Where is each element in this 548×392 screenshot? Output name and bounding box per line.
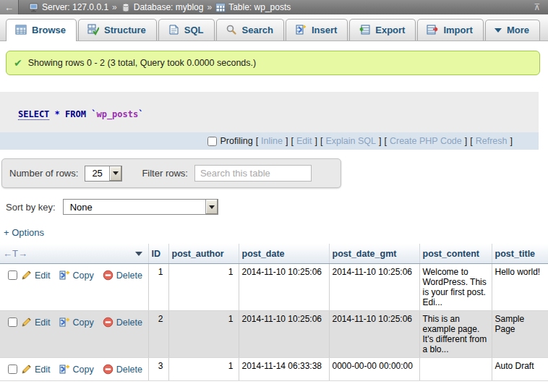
pencil-icon xyxy=(21,364,32,375)
tab-structure[interactable]: Structure xyxy=(78,19,157,41)
sort-by-key-select[interactable]: None xyxy=(63,199,218,215)
column-marker-icon[interactable]: ←T→ xyxy=(3,248,27,259)
explain-sql-link[interactable]: Explain SQL xyxy=(325,136,375,146)
profiling-checkbox[interactable] xyxy=(207,137,217,146)
breadcrumb-database[interactable]: Database: myblog xyxy=(121,2,204,12)
delete-row-link[interactable]: Delete xyxy=(103,364,142,375)
row-checkbox[interactable] xyxy=(8,270,17,280)
filter-rows-input[interactable] xyxy=(194,165,312,182)
table-icon xyxy=(215,3,226,12)
sort-by-key-value: None xyxy=(64,200,205,214)
table-row: Edit Copy Delete 1 1 2014-11-10 10:25:06… xyxy=(0,264,548,311)
number-of-rows-select[interactable]: 25 xyxy=(85,166,122,182)
tab-search[interactable]: Search xyxy=(216,19,284,41)
inline-link[interactable]: Inline xyxy=(261,136,283,146)
tab-import-label: Import xyxy=(443,25,472,35)
column-header-post-content[interactable]: post_content xyxy=(419,244,492,264)
cell-post-date: 2014-11-10 10:25:06 xyxy=(239,311,329,358)
sql-table-name: wp_posts xyxy=(96,109,138,119)
collapse-topbar-button[interactable]: ⊼ xyxy=(526,2,548,12)
tab-export[interactable]: Export xyxy=(349,19,416,41)
structure-icon xyxy=(87,24,99,35)
cell-id: 1 xyxy=(148,264,168,311)
breadcrumb-bar: ← Server: 127.0.0.1 » Database: myblog »… xyxy=(0,0,548,14)
breadcrumb-separator: » xyxy=(112,2,117,12)
back-button[interactable]: ← xyxy=(0,0,19,14)
with-selected-dropdown-icon[interactable] xyxy=(135,252,142,256)
table-row: Edit Copy Delete 3 1 2014-11-14 06:33:38… xyxy=(0,358,548,381)
cell-post-author: 1 xyxy=(168,311,239,358)
cell-post-date-gmt: 0000-00-00 00:00:00 xyxy=(329,358,419,381)
collapse-icon: ⊼ xyxy=(534,2,541,12)
delete-icon xyxy=(103,317,114,328)
tab-insert[interactable]: Insert xyxy=(286,19,348,41)
breadcrumb-server-label: Server: 127.0.0.1 xyxy=(42,2,108,12)
breadcrumb-server[interactable]: Server: 127.0.0.1 xyxy=(29,2,108,12)
breadcrumb-database-label: Database: myblog xyxy=(134,2,204,12)
edit-row-link[interactable]: Edit xyxy=(21,317,51,328)
cell-post-title: Hello world! xyxy=(492,264,548,311)
cell-post-author: 1 xyxy=(168,264,239,311)
sql-tools-bar: Profiling [ Inline ] [ Edit ] [ Explain … xyxy=(0,132,539,150)
edit-row-link[interactable]: Edit xyxy=(21,364,51,375)
tab-sql[interactable]: SQL xyxy=(158,19,215,41)
cell-id: 2 xyxy=(148,311,168,358)
tab-sql-label: SQL xyxy=(184,25,204,35)
cell-post-title: Sample Page xyxy=(492,311,548,358)
chevron-down-icon xyxy=(495,28,502,33)
copy-icon xyxy=(59,364,70,375)
tab-import[interactable]: Import xyxy=(417,19,483,41)
cell-post-date-gmt: 2014-11-10 10:25:06 xyxy=(329,264,419,311)
copy-row-link[interactable]: Copy xyxy=(59,364,94,375)
edit-row-link[interactable]: Edit xyxy=(21,270,51,281)
success-check-icon: ✔ xyxy=(14,57,22,69)
column-header-id[interactable]: ID xyxy=(148,244,168,264)
select-arrow-icon xyxy=(109,166,121,181)
tab-search-label: Search xyxy=(242,25,273,35)
tab-export-label: Export xyxy=(375,25,405,35)
column-header-post-title[interactable]: post_title xyxy=(492,244,548,264)
tab-insert-label: Insert xyxy=(312,25,337,35)
options-toggle-link[interactable]: + Options xyxy=(4,227,44,238)
row-checkbox[interactable] xyxy=(8,365,17,374)
column-header-post-date[interactable]: post_date xyxy=(239,244,329,264)
import-icon xyxy=(427,24,438,35)
row-checkbox[interactable] xyxy=(8,318,17,327)
breadcrumb-separator: » xyxy=(207,2,212,12)
copy-icon xyxy=(59,317,70,328)
column-header-post-date-gmt[interactable]: post_date_gmt xyxy=(329,244,419,264)
sort-by-key-label: Sort by key: xyxy=(6,202,56,213)
breadcrumb-table[interactable]: Table: wp_posts xyxy=(215,2,291,12)
delete-icon xyxy=(103,270,114,281)
tab-structure-label: Structure xyxy=(104,25,146,35)
insert-icon xyxy=(295,24,307,35)
tab-browse[interactable]: Browse xyxy=(6,19,77,41)
sql-query-text: SELECT * FROM `wp_posts` xyxy=(0,92,539,132)
copy-row-link[interactable]: Copy xyxy=(59,270,94,281)
export-icon xyxy=(359,24,370,35)
cell-post-content xyxy=(419,358,492,381)
edit-query-link[interactable]: Edit xyxy=(296,136,312,146)
success-message: ✔ Showing rows 0 - 2 (3 total, Query too… xyxy=(6,51,540,75)
sort-row: Sort by key: None xyxy=(6,199,548,215)
delete-icon xyxy=(103,364,114,375)
delete-row-link[interactable]: Delete xyxy=(103,317,142,328)
copy-icon xyxy=(59,270,70,281)
table-header-row: ←T→ ID post_author post_date post_date_g… xyxy=(0,244,548,264)
column-header-post-author[interactable]: post_author xyxy=(168,244,239,264)
results-table: ←T→ ID post_author post_date post_date_g… xyxy=(0,244,548,381)
refresh-link[interactable]: Refresh xyxy=(476,136,508,146)
sql-query-box: SELECT * FROM `wp_posts` Profiling [ Inl… xyxy=(0,92,539,150)
create-php-code-link[interactable]: Create PHP Code xyxy=(390,136,462,146)
tab-bar: Browse Structure SQL Search Insert Expor… xyxy=(0,14,548,41)
delete-row-link[interactable]: Delete xyxy=(103,270,142,281)
tab-more-label: More xyxy=(507,25,529,35)
back-arrow-icon: ← xyxy=(4,2,14,13)
cell-post-title: Auto Draft xyxy=(492,358,548,381)
cell-id: 3 xyxy=(148,358,168,381)
select-arrow-icon xyxy=(205,200,218,214)
actions-column-header: ←T→ xyxy=(0,244,148,264)
tab-more[interactable]: More xyxy=(485,20,540,41)
copy-row-link[interactable]: Copy xyxy=(59,317,94,328)
profiling-label: Profiling xyxy=(220,136,252,146)
